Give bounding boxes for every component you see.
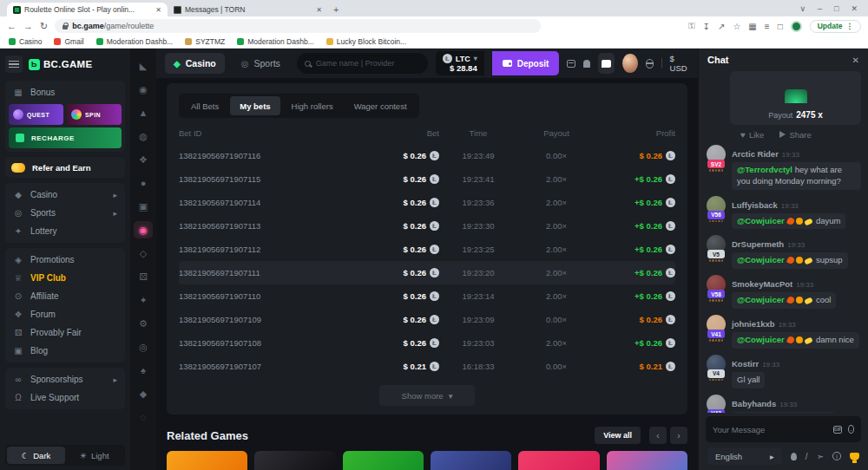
quest-button[interactable]: QUEST (9, 104, 63, 125)
hamburger-menu-icon[interactable] (5, 55, 23, 73)
bookmark-item[interactable]: Lucky Block Bitcoin... (326, 37, 406, 46)
sidebar-item-lottery[interactable]: ✦ Lottery (9, 222, 122, 240)
bet-table-row[interactable]: 138219056971907115 $ 0.26 Ł 19:23:41 2.0… (179, 167, 675, 191)
token-icon[interactable]: ◍ (134, 127, 153, 145)
tab-close-icon[interactable]: ✕ (155, 6, 161, 14)
mention-link[interactable]: @Cowjuicer (737, 295, 785, 304)
like-button[interactable]: ♥Like (740, 130, 764, 140)
browser-tab[interactable]: Roulette Online Slot - Play onlin... ✕ (7, 3, 168, 16)
orbit-icon[interactable]: ◌ (134, 408, 153, 426)
light-mode-button[interactable]: ☀Light (65, 447, 123, 464)
trophy-icon[interactable] (850, 453, 859, 460)
chat-message-input[interactable] (713, 425, 827, 434)
chat-toggle-button[interactable] (598, 53, 615, 74)
bet-table-row[interactable]: 138219056971907107 $ 0.21 Ł 16:18:33 0.0… (179, 355, 675, 378)
chat-username[interactable]: DrSupermeth19:33 (732, 239, 805, 249)
carousel-prev-button[interactable]: ‹ (649, 427, 667, 444)
bookmark-item[interactable]: Gmail (54, 37, 83, 46)
frame-icon[interactable]: ▣ (134, 198, 153, 215)
mention-link[interactable]: @Cowjuicer (737, 335, 785, 344)
globe-icon[interactable] (646, 59, 654, 69)
bet-table-row[interactable]: 138219056971907116 $ 0.26 Ł 19:23:49 0.0… (179, 144, 675, 167)
notifications-bell-icon[interactable] (583, 60, 589, 68)
wallet-selector[interactable]: ŁLTC▾ $ 28.84 (436, 51, 484, 75)
gear-icon[interactable]: ⚙ (134, 315, 153, 332)
chat-username[interactable]: Kostirr19:33 (732, 359, 779, 369)
bookmark-item[interactable]: Moderation Dashb... (237, 37, 314, 46)
sidebar-item-vip-club[interactable]: ♕ VIP Club (9, 269, 122, 287)
dark-mode-button[interactable]: ☾Dark (7, 447, 65, 464)
password-key-icon[interactable]: ⚿ (688, 21, 695, 31)
bet-tab-all-bets[interactable]: All Bets (181, 96, 228, 115)
shared-win-card[interactable]: Payout2475 x (730, 71, 861, 125)
show-more-button[interactable]: Show more▾ (379, 385, 475, 406)
chip-icon[interactable]: ◉ (134, 81, 153, 98)
bet-table-row[interactable]: 138219056971907111 $ 0.26 Ł 19:23:20 2.0… (179, 261, 675, 284)
sidebar-item-blog[interactable]: ▣ Blog (9, 342, 122, 360)
bet-tab-wager-contest[interactable]: Wager contest (345, 96, 417, 115)
chat-username[interactable]: johnie1kxb19:33 (732, 319, 796, 329)
game-tile-green[interactable] (343, 451, 424, 470)
bet-table-row[interactable]: 138219056971907114 $ 0.26 Ł 19:23:36 2.0… (179, 191, 675, 214)
minimize-icon[interactable]: – (818, 4, 822, 13)
nav-tab-sports[interactable]: ◎Sports (233, 53, 289, 74)
bet-tab-high-rollers[interactable]: High rollers (282, 96, 343, 115)
sidebar-item-provably-fair[interactable]: ⚄ Provably Fair (9, 323, 122, 342)
rain-icon[interactable] (791, 453, 797, 460)
flask-icon[interactable]: ◇ (134, 245, 153, 262)
game-tile-fruit[interactable] (607, 451, 687, 470)
dart-icon[interactable]: ◣ (134, 57, 153, 75)
game-tile-black-cat[interactable] (254, 451, 335, 470)
commands-slash-icon[interactable]: / (806, 452, 808, 461)
sidebar-item-bonus[interactable]: ▦ Bonus (9, 83, 122, 101)
browser-tab[interactable]: Messages | TORN ✕ (168, 3, 328, 16)
extensions-icon[interactable]: ▦ (748, 22, 756, 31)
mention-link[interactable]: @Cowjuicer (737, 255, 785, 264)
spin-button[interactable]: SPIN (67, 104, 122, 125)
chat-username[interactable]: Luffyisback19:33 (732, 200, 799, 210)
sidebar-item-forum[interactable]: ❖ Forum (9, 305, 122, 323)
chat-username[interactable]: SmokeyMacPot19:33 (732, 279, 813, 289)
forward-icon[interactable]: → (23, 21, 33, 31)
bet-table-row[interactable]: 138219056971907113 $ 0.26 Ł 19:23:30 2.0… (179, 214, 675, 238)
bet-table-row[interactable]: 138219056971907108 $ 0.26 Ł 19:23:03 2.0… (179, 331, 675, 355)
gif-icon[interactable]: GIF (833, 426, 842, 434)
new-tab-button[interactable]: + (333, 4, 339, 15)
crystal-icon[interactable]: ✦ (134, 291, 153, 309)
bookmark-item[interactable]: Moderation Dashb... (96, 37, 174, 46)
ball-icon[interactable]: ◎ (134, 338, 153, 356)
rocket-icon[interactable]: ▲ (134, 104, 153, 121)
close-window-icon[interactable]: ✕ (851, 4, 858, 13)
bet-table-row[interactable]: 138219056971907110 $ 0.26 Ł 19:23:14 2.0… (179, 284, 675, 308)
spade-icon[interactable]: ♠ (134, 362, 153, 379)
game-tile-orange[interactable] (167, 451, 247, 470)
bookmark-item[interactable]: SYZTMZ (185, 37, 225, 46)
share-icon[interactable]: ↗ (718, 22, 725, 31)
update-button[interactable]: Update⋮ (810, 20, 861, 33)
gem-icon[interactable]: ◆ (134, 385, 153, 402)
download-icon[interactable]: ↧ (703, 22, 710, 31)
maximize-icon[interactable]: □ (834, 4, 838, 13)
url-field[interactable]: bc.game/game/roulette (55, 19, 541, 33)
chat-rules-info-icon[interactable]: i (832, 452, 841, 460)
bet-table-row[interactable]: 138219056971907112 $ 0.26 Ł 19:23:25 2.0… (179, 238, 675, 261)
search-input[interactable] (316, 59, 420, 68)
fiat-currency-label[interactable]: $ USD (670, 54, 689, 73)
emoji-icon[interactable] (848, 425, 854, 434)
refer-and-earn-button[interactable]: Refer and Earn (5, 157, 125, 178)
bcgame-logo[interactable]: ƄBC.GAME (29, 59, 92, 70)
user-avatar[interactable] (622, 54, 638, 73)
back-icon[interactable]: ← (7, 21, 16, 31)
sidebar-item-promotions[interactable]: ◈ Promotions (9, 251, 122, 269)
game-tile-space[interactable] (431, 451, 511, 470)
dice-icon[interactable]: ⚄ (134, 268, 153, 285)
bet-table-row[interactable]: 138219056971907109 $ 0.26 Ł 19:23:09 0.0… (179, 308, 675, 331)
bomb-icon[interactable]: ● (134, 174, 153, 192)
bookmark-star-icon[interactable]: ☆ (733, 22, 740, 31)
reload-icon[interactable]: ↻ (40, 21, 48, 32)
nav-tab-casino[interactable]: ◆Casino (165, 53, 225, 74)
chat-username[interactable]: Arctic Rider19:33 (732, 149, 799, 159)
share-button[interactable]: Share (779, 130, 811, 140)
chat-username[interactable]: Babyhands19:33 (732, 399, 797, 408)
recharge-button[interactable]: RECHARGE (9, 127, 122, 148)
